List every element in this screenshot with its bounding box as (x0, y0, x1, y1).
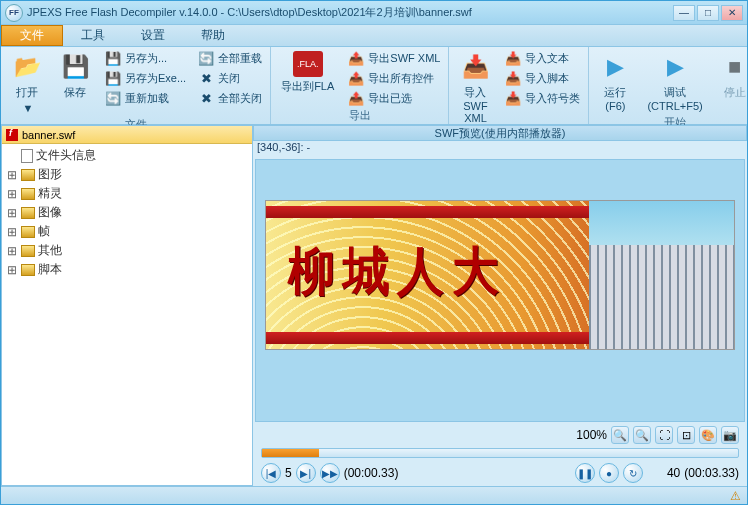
warning-icon[interactable]: ⚠ (730, 489, 741, 503)
stop-icon: ■ (719, 51, 748, 83)
close-all-icon: ✖ (198, 90, 214, 106)
import-script-icon: 📥 (505, 70, 521, 86)
preview-canvas[interactable]: 柳 城 人 大 (255, 159, 745, 422)
expand-icon[interactable]: ⊞ (6, 168, 18, 182)
mouse-coords: [340,-36]: - (253, 141, 747, 157)
doc-icon (21, 149, 33, 163)
expand-icon[interactable]: ⊞ (6, 244, 18, 258)
export-all-controls-button[interactable]: 📤导出所有控件 (344, 69, 444, 87)
folder-icon (21, 169, 35, 181)
zoom-value: 100% (576, 428, 607, 442)
tree-tab[interactable]: banner.swf (2, 126, 252, 144)
tree-item-frames: ⊞帧 (4, 222, 250, 241)
goto-end-button[interactable]: ▶▶ (320, 463, 340, 483)
expand-icon[interactable]: ⊞ (6, 206, 18, 220)
titlebar: FF JPEXS Free Flash Decompiler v.14.0.0 … (1, 1, 747, 25)
preview-header: SWF预览(使用内部播放器) (253, 125, 747, 141)
tree-item-header: 文件头信息 (4, 146, 250, 165)
zoom-fit-button[interactable]: ⛶ (655, 426, 673, 444)
folder-icon (21, 207, 35, 219)
save-as-button[interactable]: 💾另存为... (101, 49, 190, 67)
tree[interactable]: 文件头信息 ⊞图形 ⊞精灵 ⊞图像 ⊞帧 ⊞其他 ⊞脚本 (2, 144, 252, 485)
import-xml-icon: 📥 (459, 51, 491, 83)
folder-open-icon: 📂 (11, 51, 43, 83)
debug-icon: ▶ (659, 51, 691, 83)
current-time: (00:00.33) (344, 466, 399, 480)
timeline[interactable] (253, 446, 747, 460)
import-symbol-icon: 📥 (505, 90, 521, 106)
tree-pane: banner.swf 文件头信息 ⊞图形 ⊞精灵 ⊞图像 ⊞帧 ⊞其他 ⊞脚本 (1, 125, 253, 486)
expand-icon[interactable]: ⊞ (6, 263, 18, 277)
app-logo-icon: FF (5, 4, 23, 22)
tree-item-images: ⊞图像 (4, 203, 250, 222)
fla-icon: .FLA. (293, 51, 323, 77)
prev-frame-button[interactable]: |◀ (261, 463, 281, 483)
run-button[interactable]: ▶运行 (F6) (593, 49, 637, 114)
tree-tab-label: banner.swf (22, 129, 75, 141)
next-frame-button[interactable]: ▶| (296, 463, 316, 483)
reload-icon: 🔄 (105, 90, 121, 106)
save-icon: 💾 (59, 51, 91, 83)
minimize-button[interactable]: — (673, 5, 695, 21)
export-sel-icon: 📤 (348, 90, 364, 106)
reload-button[interactable]: 🔄重新加载 (101, 89, 190, 107)
zoom-bar: 100% 🔍 🔍 ⛶ ⊡ 🎨 📷 (253, 424, 747, 446)
import-swf-xml-button[interactable]: 📥导入SWF XML (453, 49, 497, 126)
expand-icon[interactable]: ⊞ (6, 225, 18, 239)
folder-icon (21, 188, 35, 200)
menu-tools[interactable]: 工具 (63, 25, 123, 46)
export-all-icon: 📤 (348, 70, 364, 86)
zoom-reset-button[interactable]: ⊡ (677, 426, 695, 444)
menubar: 文件 工具 设置 帮助 (1, 25, 747, 47)
maximize-button[interactable]: □ (697, 5, 719, 21)
reload-all-icon: 🔄 (198, 50, 214, 66)
save-as-exe-button[interactable]: 💾另存为Exe... (101, 69, 190, 87)
exe-icon: 💾 (105, 70, 121, 86)
tree-item-scripts: ⊞脚本 (4, 260, 250, 279)
export-selected-button[interactable]: 📤导出已选 (344, 89, 444, 107)
flash-icon (6, 129, 18, 141)
tree-item-other: ⊞其他 (4, 241, 250, 260)
zoom-in-button[interactable]: 🔍 (611, 426, 629, 444)
total-frames: 40 (667, 466, 680, 480)
swf-banner: 柳 城 人 大 (265, 200, 735, 350)
play-icon: ▶ (599, 51, 631, 83)
open-button[interactable]: 📂打开▼ (5, 49, 49, 116)
menu-file[interactable]: 文件 (1, 25, 63, 46)
folder-icon (21, 264, 35, 276)
loop-button[interactable]: ↻ (623, 463, 643, 483)
menu-settings[interactable]: 设置 (123, 25, 183, 46)
close-all-button[interactable]: ✖全部关闭 (194, 89, 266, 107)
export-fla-button[interactable]: .FLA.导出到FLA (275, 49, 340, 96)
folder-icon (21, 245, 35, 257)
save-as-icon: 💾 (105, 50, 121, 66)
folder-icon (21, 226, 35, 238)
banner-text: 柳 城 人 大 (288, 237, 498, 307)
import-text-button[interactable]: 📥导入文本 (501, 49, 584, 67)
tree-item-sprites: ⊞精灵 (4, 184, 250, 203)
pause-button[interactable]: ❚❚ (575, 463, 595, 483)
export-swf-xml-button[interactable]: 📤导出SWF XML (344, 49, 444, 67)
import-text-icon: 📥 (505, 50, 521, 66)
close-file-button[interactable]: ✖关闭 (194, 69, 266, 87)
zoom-out-button[interactable]: 🔍 (633, 426, 651, 444)
color-button[interactable]: 🎨 (699, 426, 717, 444)
banner-building (589, 201, 734, 349)
expand-icon[interactable]: ⊞ (6, 187, 18, 201)
current-frame: 5 (285, 466, 292, 480)
statusbar: ⚠ (1, 486, 747, 504)
import-script-button[interactable]: 📥导入脚本 (501, 69, 584, 87)
export-xml-icon: 📤 (348, 50, 364, 66)
ribbon-group-export-label: 导出 (275, 107, 444, 124)
tree-item-shapes: ⊞图形 (4, 165, 250, 184)
playbar: |◀ 5 ▶| ▶▶ (00:00.33) ❚❚ ● ↻ 40 (00:03.3… (253, 460, 747, 486)
stop-button[interactable]: ■停止 (713, 49, 748, 102)
reload-all-button[interactable]: 🔄全部重载 (194, 49, 266, 67)
import-symbol-button[interactable]: 📥导入符号类 (501, 89, 584, 107)
menu-help[interactable]: 帮助 (183, 25, 243, 46)
record-button[interactable]: ● (599, 463, 619, 483)
save-button[interactable]: 💾保存 (53, 49, 97, 102)
debug-button[interactable]: ▶调试 (CTRL+F5) (641, 49, 708, 114)
snapshot-button[interactable]: 📷 (721, 426, 739, 444)
close-button[interactable]: ✕ (721, 5, 743, 21)
